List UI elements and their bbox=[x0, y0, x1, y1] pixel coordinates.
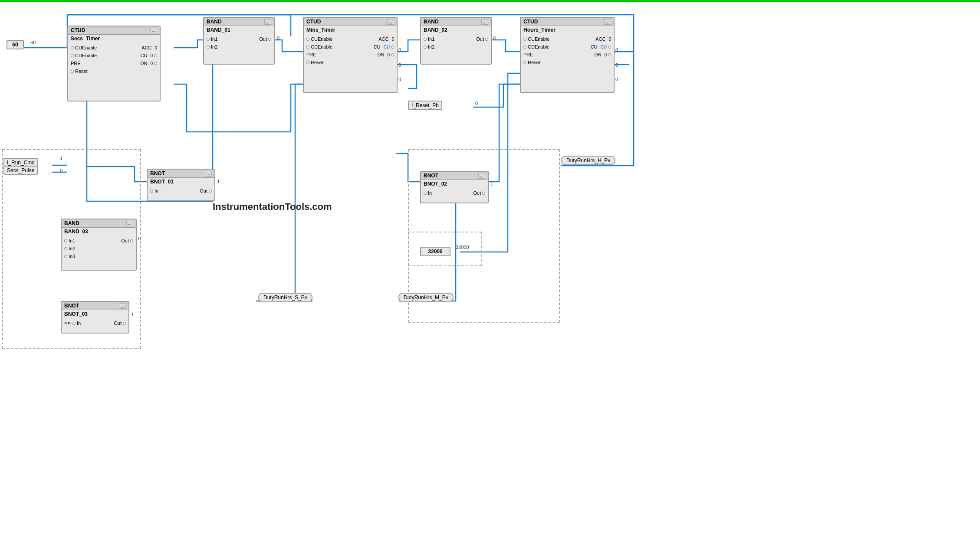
bnot02-name: BNOT_02 bbox=[421, 180, 488, 189]
ctud2-port-acc: ACC 0 bbox=[374, 36, 394, 43]
ctud2-port-pre: PRE bbox=[306, 51, 332, 58]
bnot01-name: BNOT_01 bbox=[148, 178, 214, 186]
bnot03-dot-out bbox=[123, 322, 126, 325]
ctud2-ports-right: ACC 0 CU CU DN 0 bbox=[374, 36, 394, 66]
bnot01-type: BNOT bbox=[150, 170, 165, 177]
band02-block: BAND ... BAND_02 In1 In2 Out bbox=[420, 17, 492, 65]
duty-m-output: DutyRunHrs_M_Pv bbox=[398, 293, 454, 302]
wire-val-band03-out: 0 bbox=[138, 236, 141, 241]
bnot01-port-out: Out bbox=[200, 187, 212, 194]
ctud3-dot-dn bbox=[608, 53, 611, 56]
wire-val-band02-out: 0 bbox=[493, 36, 496, 41]
ctud3-dot-cdenable bbox=[523, 46, 526, 49]
ctud1-port-cdenable: CDEnable bbox=[71, 52, 97, 59]
bnot01-ports-left: In bbox=[150, 187, 158, 194]
wire-val-run-0: 0 bbox=[60, 168, 62, 173]
band03-dot-in2 bbox=[64, 247, 67, 250]
bnot02-ports-right: Out bbox=[473, 190, 485, 196]
band03-btn[interactable]: ... bbox=[126, 221, 133, 226]
band01-ports-right: Out bbox=[259, 36, 271, 50]
band01-port-out: Out bbox=[259, 36, 271, 43]
bnot01-ports-right: Out bbox=[200, 187, 212, 194]
ctud2-body: CUEnable CDEnable PRE Reset ACC 0 bbox=[304, 35, 397, 67]
band01-block: BAND ... BAND_01 In1 In2 Out bbox=[203, 17, 275, 65]
ctud1-btn[interactable]: ... bbox=[150, 28, 157, 33]
input-32000: 32000 bbox=[420, 247, 451, 256]
ctud2-ports-left: CUEnable CDEnable PRE Reset bbox=[306, 36, 332, 66]
ctud1-ports-right: ACC 0 CU 0 DN 0 bbox=[141, 44, 157, 75]
band03-dot-in1 bbox=[64, 239, 67, 242]
ctud2-btn[interactable]: ... bbox=[387, 19, 394, 25]
band03-ports-right: Out bbox=[121, 237, 133, 260]
bnot01-header: BNOT ... bbox=[148, 170, 214, 178]
ctud1-block: CTUD ... Secs_Timer CUEnable CDEnable PR… bbox=[67, 26, 161, 101]
ctud3-block: CTUD ... Hours_Timer CUEnable CDEnable P… bbox=[520, 17, 615, 93]
ctud1-header: CTUD ... bbox=[68, 26, 160, 35]
band03-body: In1 In2 In3 Out bbox=[62, 236, 136, 261]
band01-dot-in2 bbox=[207, 46, 210, 49]
band02-port-in2: In2 bbox=[424, 43, 434, 50]
i-run-cmd-text: I_Run_Cmd bbox=[7, 160, 35, 166]
band01-name: BAND_01 bbox=[204, 26, 274, 35]
wire-val-60: 60 bbox=[30, 40, 36, 45]
duty-h-output: DutyRunHrs_H_Pv bbox=[561, 156, 615, 165]
band01-ports-left: In1 In2 bbox=[207, 36, 217, 50]
bnot03-btn[interactable]: ... bbox=[119, 303, 126, 309]
band01-dot-out bbox=[268, 38, 271, 41]
band01-body: In1 In2 Out bbox=[204, 35, 274, 51]
ctud1-dot-cdenable bbox=[71, 54, 74, 57]
ctud1-dot-reset bbox=[71, 70, 74, 73]
band01-btn[interactable]: ... bbox=[264, 19, 271, 25]
ctud3-type: CTUD bbox=[523, 19, 538, 25]
band03-port-in1: In1 bbox=[64, 237, 75, 244]
bnot02-btn[interactable]: ... bbox=[478, 173, 485, 179]
ctud3-ports-left: CUEnable CDEnable PRE Reset bbox=[523, 36, 549, 66]
bnot01-btn[interactable]: ... bbox=[205, 171, 212, 177]
ctud1-name: Secs_Timer bbox=[68, 35, 160, 43]
band02-dot-in2 bbox=[424, 46, 427, 49]
input-60-label: 60 bbox=[12, 42, 18, 48]
bnot03-port-in: ⊳⊳ In bbox=[64, 320, 81, 327]
ctud1-port-pre: PRE bbox=[71, 60, 97, 67]
ctud3-dot-cu bbox=[608, 46, 611, 49]
wire-val-32000: 32000 bbox=[456, 245, 469, 250]
ctud3-port-cdenable: CDEnable bbox=[523, 43, 549, 50]
duty-s-text: DutyRunHrs_S_Pv bbox=[263, 294, 307, 301]
ctud3-dot-reset bbox=[523, 61, 526, 64]
band03-type: BAND bbox=[64, 220, 79, 226]
ctud1-port-dn: DN 0 bbox=[141, 60, 157, 67]
bnot01-dot-out bbox=[209, 190, 212, 193]
bnot03-dot-in bbox=[72, 322, 76, 325]
ctud2-port-cdenable: CDEnable bbox=[306, 43, 332, 50]
ctud3-name: Hours_Timer bbox=[521, 26, 614, 35]
band02-ports-left: In1 In2 bbox=[424, 36, 434, 50]
band02-port-out: Out bbox=[476, 36, 488, 43]
ctud3-port-acc: ACC 0 bbox=[591, 36, 611, 43]
ctud1-port-acc: ACC 0 bbox=[141, 44, 157, 51]
band03-header: BAND ... bbox=[62, 219, 136, 228]
wire-val-run-1: 1 bbox=[60, 156, 62, 161]
wire-val-ctud2-acc: 0 bbox=[398, 47, 401, 52]
ctud3-body: CUEnable CDEnable PRE Reset ACC 0 bbox=[521, 35, 614, 67]
ctud2-type: CTUD bbox=[306, 19, 321, 25]
bnot03-port-out: Out bbox=[114, 320, 126, 327]
ctud2-port-cuenable: CUEnable bbox=[306, 36, 332, 43]
ctud2-dot-cdenable bbox=[306, 46, 309, 49]
ctud2-port-cu: CU CU bbox=[374, 43, 394, 50]
band02-ports-right: Out bbox=[476, 36, 488, 50]
band03-dot-out bbox=[130, 239, 133, 242]
bnot02-dot-out bbox=[482, 192, 485, 195]
band02-btn[interactable]: ... bbox=[481, 19, 488, 25]
bnot03-body: ⊳⊳ In Out bbox=[62, 319, 128, 327]
ctud3-btn[interactable]: ... bbox=[604, 19, 611, 25]
wire-val-ctud3-cu: 0 bbox=[615, 62, 618, 68]
wire-val-ctud3-dn: 0 bbox=[615, 77, 618, 82]
ctud1-port-reset: Reset bbox=[71, 68, 97, 75]
ctud2-header: CTUD ... bbox=[304, 18, 397, 26]
band01-port-in2: In2 bbox=[207, 43, 217, 50]
bnot03-type: BNOT bbox=[64, 303, 79, 309]
ctud1-ports-left: CUEnable CDEnable PRE Reset bbox=[71, 44, 97, 75]
ctud2-port-dn: DN 0 bbox=[374, 51, 394, 58]
bnot03-name: BNOT_03 bbox=[62, 310, 128, 319]
ctud2-port-reset: Reset bbox=[306, 59, 332, 66]
